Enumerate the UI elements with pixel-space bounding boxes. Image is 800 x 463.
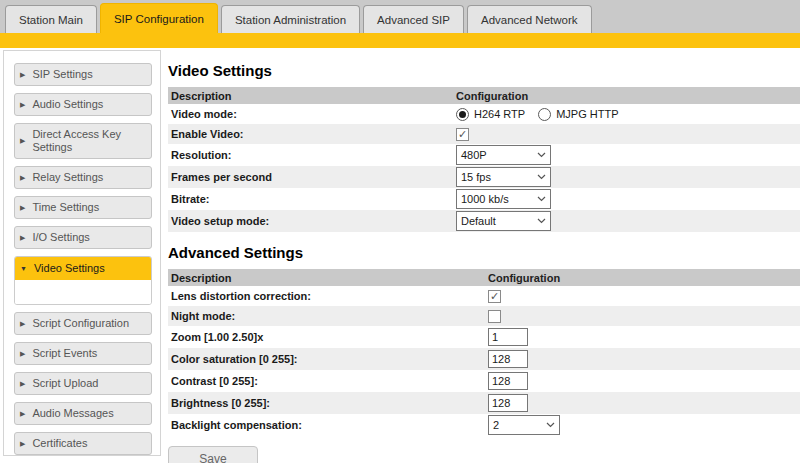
tab-advanced-sip[interactable]: Advanced SIP: [363, 5, 464, 33]
column-header-description: Description: [168, 90, 456, 102]
row-configuration: [488, 372, 800, 390]
input-contrast-0-255[interactable]: [488, 372, 528, 390]
chevron-right-icon: ▶: [20, 171, 25, 184]
tab-bar: Station MainSIP ConfigurationStation Adm…: [0, 0, 800, 33]
input-zoom-1-00-2-50-x[interactable]: [488, 328, 528, 346]
sidebar-item-certificates[interactable]: ▶Certificates: [14, 432, 152, 455]
settings-table: DescriptionConfigurationLens distortion …: [168, 269, 800, 436]
row-configuration: 480P: [456, 145, 800, 165]
column-header-label: Configuration: [488, 272, 560, 284]
sidebar-item-script-events[interactable]: ▶Script Events: [14, 342, 152, 365]
sidebar-item-time-settings[interactable]: ▶Time Settings: [14, 196, 152, 219]
row-label: Enable Video:: [168, 128, 456, 140]
row-label: Brightness [0 255]:: [168, 397, 488, 409]
tab-advanced-network[interactable]: Advanced Network: [467, 5, 592, 33]
row-configuration: H264 RTPMJPG HTTP: [456, 108, 800, 121]
settings-table: DescriptionConfigurationVideo mode:H264 …: [168, 87, 800, 232]
settings-sections: Video SettingsDescriptionConfigurationVi…: [168, 62, 800, 436]
sidebar: ▶SIP Settings▶Audio Settings▶Direct Acce…: [3, 50, 161, 456]
select-frames-per-second[interactable]: 15 fps: [456, 167, 551, 187]
sidebar-item-label: Audio Messages: [32, 407, 113, 420]
tab-sip-configuration[interactable]: SIP Configuration: [100, 3, 218, 33]
tab-station-main[interactable]: Station Main: [5, 5, 97, 33]
table-row: Contrast [0 255]:: [168, 370, 800, 392]
table-row: Lens distortion correction:✓: [168, 286, 800, 306]
sidebar-item-script-upload[interactable]: ▶Script Upload: [14, 372, 152, 395]
row-label: Video setup mode:: [168, 215, 456, 227]
table-row: Zoom [1.00 2.50]x: [168, 326, 800, 348]
row-configuration: 2: [488, 415, 800, 435]
table-row: Video mode:H264 RTPMJPG HTTP: [168, 104, 800, 124]
sidebar-item-i-o-settings[interactable]: ▶I/O Settings: [14, 226, 152, 249]
row-label: Frames per second: [168, 171, 456, 183]
chevron-right-icon: ▶: [20, 437, 25, 450]
table-row: Frames per second15 fps: [168, 166, 800, 188]
sidebar-item-audio-settings[interactable]: ▶Audio Settings: [14, 93, 152, 116]
row-configuration: [488, 350, 800, 368]
row-label: Zoom [1.00 2.50]x: [168, 331, 488, 343]
select-video-setup-mode[interactable]: Default: [456, 211, 551, 231]
section-video-settings: Video SettingsDescriptionConfigurationVi…: [168, 62, 800, 232]
sidebar-item-label: Time Settings: [32, 201, 99, 214]
row-label: Bitrate:: [168, 193, 456, 205]
chevron-right-icon: ▶: [20, 317, 25, 330]
section-advanced-settings: Advanced SettingsDescriptionConfiguratio…: [168, 244, 800, 436]
sidebar-item-relay-settings[interactable]: ▶Relay Settings: [14, 166, 152, 189]
sidebar-item-label: I/O Settings: [32, 231, 89, 244]
sidebar-item-script-configuration[interactable]: ▶Script Configuration: [14, 312, 152, 335]
accent-bar: [0, 33, 800, 48]
checkbox-night-mode[interactable]: [488, 310, 501, 323]
table-row: Video setup mode:Default: [168, 210, 800, 232]
sidebar-item-audio-messages[interactable]: ▶Audio Messages: [14, 402, 152, 425]
radio-label-mjpg-http: MJPG HTTP: [556, 108, 618, 120]
chevron-right-icon: ▶: [20, 134, 25, 147]
select-resolution[interactable]: 480P: [456, 145, 551, 165]
row-label: Color saturation [0 255]:: [168, 353, 488, 365]
sidebar-item-direct-access-key-settings[interactable]: ▶Direct Access Key Settings: [14, 123, 152, 159]
row-label: Contrast [0 255]:: [168, 375, 488, 387]
checkbox-lens-distortion-correction[interactable]: ✓: [488, 290, 501, 303]
column-header-configuration: Configuration: [456, 90, 800, 102]
select-backlight-compensation[interactable]: 2: [488, 415, 560, 435]
row-configuration: [488, 394, 800, 412]
chevron-down-icon: [546, 422, 555, 428]
row-label: Night mode:: [168, 310, 488, 322]
input-color-saturation-0-255[interactable]: [488, 350, 528, 368]
sidebar-item-label: Video Settings: [34, 262, 105, 274]
sidebar-item-label: SIP Settings: [32, 68, 92, 81]
chevron-down-icon: [537, 196, 546, 202]
section-title: Advanced Settings: [168, 244, 800, 261]
checkbox-enable-video[interactable]: ✓: [456, 128, 469, 141]
sidebar-item-video-settings[interactable]: ▼Video Settings: [15, 257, 151, 280]
row-configuration: 15 fps: [456, 167, 800, 187]
chevron-down-icon: ▼: [20, 265, 27, 272]
row-configuration: [488, 328, 800, 346]
row-configuration: Default: [456, 211, 800, 231]
select-value: 480P: [461, 149, 487, 161]
table-row: Night mode:: [168, 306, 800, 326]
table-row: Enable Video:✓: [168, 124, 800, 144]
section-title: Video Settings: [168, 62, 800, 79]
table-header-row: DescriptionConfiguration: [168, 87, 800, 104]
column-header-label: Configuration: [456, 90, 528, 102]
chevron-down-icon: [537, 218, 546, 224]
row-label: Backlight compensation:: [168, 419, 488, 431]
table-row: Resolution:480P: [168, 144, 800, 166]
table-row: Brightness [0 255]:: [168, 392, 800, 414]
select-value: Default: [461, 215, 496, 227]
select-value: 2: [493, 419, 499, 431]
input-brightness-0-255[interactable]: [488, 394, 528, 412]
table-header-row: DescriptionConfiguration: [168, 269, 800, 286]
select-bitrate[interactable]: 1000 kb/s: [456, 189, 551, 209]
sidebar-item-sip-settings[interactable]: ▶SIP Settings: [14, 63, 152, 86]
row-label: Resolution:: [168, 149, 456, 161]
sidebar-item-label: Script Events: [32, 347, 97, 360]
select-value: 15 fps: [461, 171, 491, 183]
row-configuration: 1000 kb/s: [456, 189, 800, 209]
table-row: Color saturation [0 255]:: [168, 348, 800, 370]
tab-station-administration[interactable]: Station Administration: [221, 5, 360, 33]
radio-mjpg-http[interactable]: [538, 108, 551, 121]
save-button[interactable]: Save: [168, 446, 258, 463]
radio-h264-rtp[interactable]: [456, 108, 469, 121]
chevron-down-icon: [537, 174, 546, 180]
